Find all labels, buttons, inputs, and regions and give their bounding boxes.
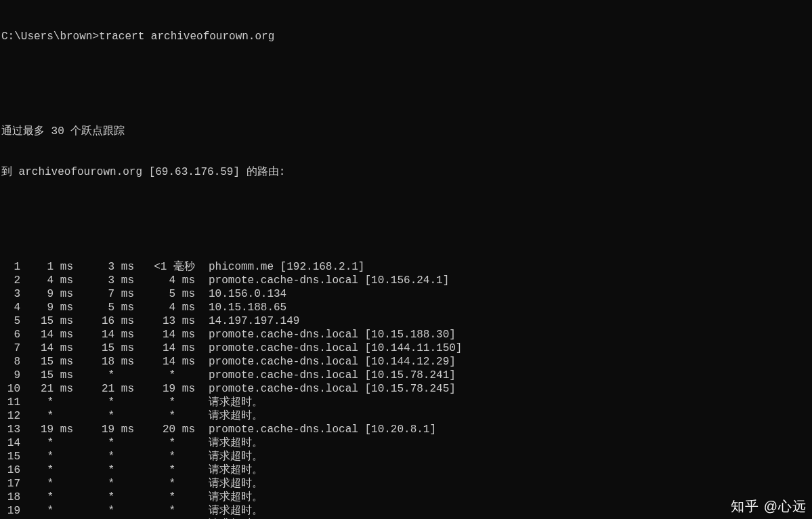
- hop-time-2: 3 ms: [73, 274, 134, 287]
- hop-time-2: 19 ms: [73, 423, 134, 436]
- hop-destination: promote.cache-dns.local [10.15.188.30]: [195, 328, 456, 341]
- hop-time-2: 5 ms: [73, 301, 134, 314]
- hop-time-3: *: [134, 436, 195, 450]
- hop-row: 39 ms7 ms5 ms10.156.0.134: [0, 287, 812, 301]
- hop-number: 2: [0, 274, 20, 287]
- hop-row: 12* * * 请求超时。: [0, 409, 812, 423]
- hop-number: 19: [0, 504, 20, 518]
- hop-row: 1021 ms21 ms19 mspromote.cache-dns.local…: [0, 382, 812, 396]
- hop-number: 15: [0, 450, 20, 463]
- hop-time-1: *: [20, 450, 73, 463]
- hop-number: 6: [0, 328, 20, 341]
- hop-number: 10: [0, 382, 20, 396]
- hop-time-2: 21 ms: [73, 382, 134, 396]
- hop-time-1: 9 ms: [20, 287, 73, 301]
- header-line-1: 通过最多 30 个跃点跟踪: [1, 125, 812, 138]
- hop-row: 714 ms15 ms14 mspromote.cache-dns.local …: [0, 341, 812, 355]
- hop-time-1: *: [20, 491, 73, 504]
- hop-time-3: *: [134, 491, 195, 504]
- hop-time-2: *: [73, 450, 134, 463]
- header-line-2: 到 archiveofourown.org [69.63.176.59] 的路由…: [1, 165, 812, 179]
- hop-time-1: 14 ms: [20, 341, 73, 355]
- watermark-text: 知乎 @心远: [731, 498, 807, 515]
- hop-row: 24 ms3 ms4 mspromote.cache-dns.local [10…: [0, 274, 812, 287]
- hop-time-3: *: [134, 450, 195, 463]
- hop-time-3: 20 ms: [134, 423, 195, 436]
- hop-number: 11: [0, 396, 20, 409]
- hop-number: 17: [0, 477, 20, 491]
- hop-destination: 请求超时。: [195, 463, 263, 477]
- hop-time-1: 15 ms: [20, 355, 73, 369]
- hop-time-3: 14 ms: [134, 355, 195, 369]
- hop-time-1: 4 ms: [20, 274, 73, 287]
- command-text: tracert archiveofourown.org: [99, 30, 274, 43]
- hop-time-2: *: [73, 436, 134, 450]
- hop-destination: 请求超时。: [195, 396, 263, 409]
- hop-time-3: 4 ms: [134, 274, 195, 287]
- hop-time-3: *: [134, 477, 195, 491]
- hop-row: 16* * * 请求超时。: [0, 463, 812, 477]
- hop-row: 14* * * 请求超时。: [0, 436, 812, 450]
- hop-time-3: 4 ms: [134, 301, 195, 314]
- hop-number: 7: [0, 341, 20, 355]
- hop-time-1: *: [20, 504, 73, 518]
- hop-row: 15* * * 请求超时。: [0, 450, 812, 463]
- hop-time-3: *: [134, 396, 195, 409]
- hop-time-1: 19 ms: [20, 423, 73, 436]
- hop-number: 8: [0, 355, 20, 369]
- hop-row: 515 ms16 ms13 ms14.197.197.149: [0, 314, 812, 328]
- hop-time-2: *: [73, 409, 134, 423]
- hop-time-2: *: [73, 477, 134, 491]
- hop-time-2: 18 ms: [73, 355, 134, 369]
- hop-time-2: *: [73, 369, 134, 382]
- hop-time-2: 14 ms: [73, 328, 134, 341]
- hop-time-2: 3 ms: [73, 260, 134, 274]
- hop-row: 17* * * 请求超时。: [0, 477, 812, 491]
- hop-time-3: 5 ms: [134, 287, 195, 301]
- hop-time-2: 16 ms: [73, 314, 134, 328]
- hop-destination: promote.cache-dns.local [10.156.24.1]: [195, 274, 449, 287]
- hop-destination: promote.cache-dns.local [10.144.12.29]: [195, 355, 456, 369]
- hop-destination: promote.cache-dns.local [10.15.78.241]: [195, 369, 456, 382]
- hop-number: 5: [0, 314, 20, 328]
- hop-row: 18* * * 请求超时。: [0, 491, 812, 504]
- tracert-header: 通过最多 30 个跃点跟踪 到 archiveofourown.org [69.…: [0, 98, 812, 206]
- hop-row: 49 ms5 ms4 ms10.15.188.65: [0, 301, 812, 314]
- hop-time-1: *: [20, 436, 73, 450]
- hop-destination: 请求超时。: [195, 450, 263, 463]
- hop-number: 14: [0, 436, 20, 450]
- hop-destination: 请求超时。: [195, 409, 263, 423]
- hop-destination: 请求超时。: [195, 477, 263, 491]
- hop-number: 13: [0, 423, 20, 436]
- hop-row: 11* * * 请求超时。: [0, 396, 812, 409]
- hop-destination: 请求超时。: [195, 504, 263, 518]
- hop-destination: promote.cache-dns.local [10.15.78.245]: [195, 382, 456, 396]
- hop-number: 1: [0, 260, 20, 274]
- hop-time-1: *: [20, 463, 73, 477]
- hop-number: 3: [0, 287, 20, 301]
- hop-time-1: *: [20, 409, 73, 423]
- prompt-text: C:\Users\brown>: [1, 30, 99, 43]
- hop-time-2: *: [73, 491, 134, 504]
- hop-time-3: 14 ms: [134, 341, 195, 355]
- hop-row: 614 ms14 ms14 mspromote.cache-dns.local …: [0, 328, 812, 341]
- hop-time-3: *: [134, 504, 195, 518]
- hop-time-3: *: [134, 409, 195, 423]
- hop-number: 16: [0, 463, 20, 477]
- hop-time-3: <1 毫秒: [134, 260, 195, 274]
- hop-time-3: *: [134, 463, 195, 477]
- hop-time-1: 14 ms: [20, 328, 73, 341]
- hop-row: 915 ms* * promote.cache-dns.local [10.15…: [0, 369, 812, 382]
- hop-row: 11 ms3 ms<1 毫秒phicomm.me [192.168.2.1]: [0, 260, 812, 274]
- hops-list: 11 ms3 ms<1 毫秒phicomm.me [192.168.2.1]24…: [0, 260, 812, 519]
- hop-time-2: *: [73, 396, 134, 409]
- hop-time-1: 15 ms: [20, 369, 73, 382]
- hop-time-1: 9 ms: [20, 301, 73, 314]
- hop-time-1: *: [20, 396, 73, 409]
- hop-number: 18: [0, 491, 20, 504]
- hop-row: 19* * * 请求超时。: [0, 504, 812, 518]
- hop-destination: promote.cache-dns.local [10.144.11.150]: [195, 341, 462, 355]
- hop-time-1: *: [20, 477, 73, 491]
- hop-number: 12: [0, 409, 20, 423]
- terminal-output[interactable]: C:\Users\brown>tracert archiveofourown.o…: [0, 3, 812, 519]
